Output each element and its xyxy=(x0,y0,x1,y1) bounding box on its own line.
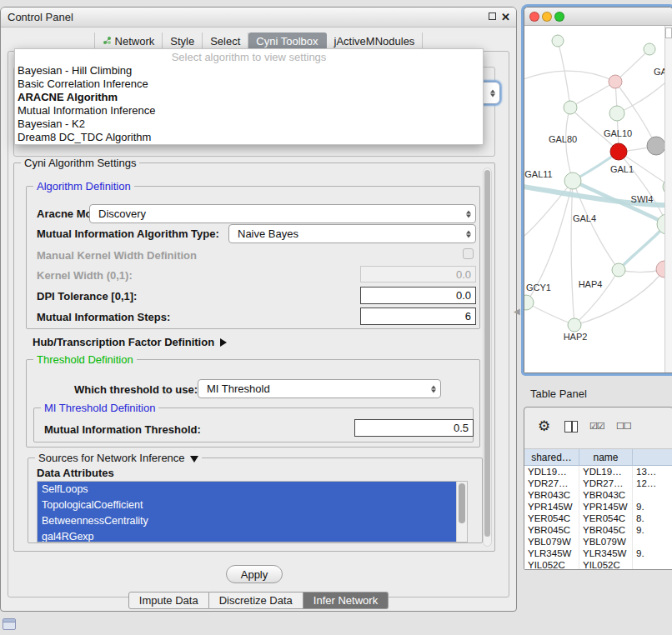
network-edge[interactable] xyxy=(524,71,615,82)
table-cell[interactable]: YIL052C xyxy=(524,559,579,569)
table-cell[interactable]: YBR043C xyxy=(524,489,579,501)
manual-kernel-checkbox[interactable] xyxy=(463,248,474,259)
algorithm-option-bayesian-k2[interactable]: Bayesian - K2 xyxy=(15,118,483,131)
table-cell[interactable]: 13… xyxy=(633,466,672,478)
network-node[interactable] xyxy=(647,137,665,155)
settings-scrollbar[interactable] xyxy=(483,168,492,547)
close-traffic-icon[interactable] xyxy=(529,12,539,22)
table-row[interactable]: YPR145WYPR145W9. xyxy=(524,501,672,512)
network-edge[interactable] xyxy=(574,269,664,325)
table-cell[interactable]: YDL19… xyxy=(524,466,579,478)
attribute-item-selfloops[interactable]: SelfLoops xyxy=(38,482,456,498)
table-cell[interactable] xyxy=(633,536,672,548)
network-node[interactable] xyxy=(612,263,625,277)
table-cell[interactable]: YDR27… xyxy=(524,478,579,489)
table-cell[interactable]: YIL052C xyxy=(579,559,633,569)
network-node[interactable] xyxy=(610,143,627,160)
table-cell[interactable] xyxy=(633,559,672,569)
network-node[interactable] xyxy=(609,75,622,88)
table-cell[interactable]: 8. xyxy=(633,512,672,524)
sources-group-title[interactable]: Sources for Network Inference xyxy=(35,452,202,464)
network-canvas[interactable]: GALGAL80GAL10GAL11GAL1SWI4GAL4GCY1HAP4YH… xyxy=(524,26,672,372)
table-cell[interactable]: YPR145W xyxy=(524,501,579,512)
algorithm-option-mutual-information-inference[interactable]: Mutual Information Inference xyxy=(15,104,483,118)
kernel-width-field[interactable]: 0.0 xyxy=(360,266,476,282)
deselect-all-icon[interactable]: ☐☐ xyxy=(616,421,631,432)
bottom-tab-impute-data[interactable]: Impute Data xyxy=(128,592,209,609)
table-row[interactable]: YDR27…YDR27…12… xyxy=(524,478,672,489)
tab-network[interactable]: Network xyxy=(94,32,163,50)
table-cell[interactable]: YLR345W xyxy=(524,548,579,559)
table-cell[interactable]: YDR27… xyxy=(579,478,633,489)
network-window-titlebar[interactable] xyxy=(524,8,672,26)
table-cell[interactable]: YBL079W xyxy=(524,536,579,548)
network-scrollbar[interactable] xyxy=(664,26,672,372)
table-cell[interactable]: 9. xyxy=(633,548,672,559)
mi-type-combo[interactable]: Naive Bayes xyxy=(228,224,476,243)
table-cell[interactable]: 9. xyxy=(633,501,672,512)
table-cell[interactable]: 12… xyxy=(633,478,672,489)
table-cell[interactable]: YBR043C xyxy=(579,489,633,501)
hub-section-toggle[interactable]: Hub/Transcription Factor Definition xyxy=(33,336,227,349)
tab-select[interactable]: Select xyxy=(203,32,248,50)
aracne-mode-combo[interactable]: Discovery xyxy=(89,204,476,223)
network-graph[interactable]: GALGAL80GAL10GAL11GAL1SWI4GAL4GCY1HAP4YH… xyxy=(524,26,672,372)
scrollbar-thumb[interactable] xyxy=(459,483,465,523)
table-cell[interactable]: YDL19… xyxy=(579,466,633,478)
minimized-panel-icon[interactable] xyxy=(3,618,16,630)
attribute-item-betweennesscentrality[interactable]: BetweennessCentrality xyxy=(38,513,456,529)
close-icon[interactable]: ✕ xyxy=(501,11,510,23)
table-cell[interactable]: YBL079W xyxy=(579,536,633,548)
gear-icon[interactable]: ⚙ xyxy=(538,418,550,435)
tab-jactivemnodules[interactable]: jActiveMNodules xyxy=(327,32,424,50)
network-node[interactable] xyxy=(524,295,534,310)
network-edge[interactable] xyxy=(565,108,573,181)
columns-icon[interactable] xyxy=(564,421,578,432)
select-all-icon[interactable]: ☑☑ xyxy=(589,421,604,432)
tab-cyni-toolbox[interactable]: Cyni Toolbox xyxy=(248,32,326,50)
column-header-2[interactable] xyxy=(633,449,672,466)
algorithm-option-aracne-algorithm[interactable]: ARACNE Algorithm xyxy=(15,91,483,104)
scrollbar-thumb[interactable] xyxy=(484,170,490,537)
table-row[interactable]: YBR045CYBR045C9. xyxy=(524,524,672,536)
table-cell[interactable]: YER054C xyxy=(524,512,579,524)
table-row[interactable]: YLR345WYLR345W9. xyxy=(524,548,672,559)
table-cell[interactable]: YLR345W xyxy=(579,548,633,559)
network-edge[interactable] xyxy=(570,82,615,108)
network-node[interactable] xyxy=(609,106,624,121)
table-cell[interactable]: YBR045C xyxy=(579,524,633,536)
table-row[interactable]: YDL19…YDL19…13… xyxy=(524,466,672,478)
table-row[interactable]: YBR043CYBR043C xyxy=(524,489,672,501)
tab-style[interactable]: Style xyxy=(163,32,203,50)
table-row[interactable]: YBL079WYBL079W xyxy=(524,536,672,548)
algorithm-option-dream8-dc-tdc-algorithm[interactable]: Dream8 DC_TDC Algorithm xyxy=(15,131,483,144)
float-window-icon[interactable] xyxy=(489,12,496,20)
network-node[interactable] xyxy=(564,172,581,189)
network-node[interactable] xyxy=(552,35,564,47)
column-header-name[interactable]: name xyxy=(579,449,633,466)
bottom-tab-discretize-data[interactable]: Discretize Data xyxy=(209,592,303,609)
network-edge[interactable] xyxy=(574,270,619,325)
table-cell[interactable]: YER054C xyxy=(579,512,633,524)
network-edge[interactable] xyxy=(558,41,570,108)
network-node[interactable] xyxy=(568,318,581,332)
table-cell[interactable]: 9. xyxy=(633,524,672,536)
table-cell[interactable] xyxy=(633,489,672,501)
table-row[interactable]: YER054CYER054C8. xyxy=(524,512,672,524)
mi-steps-field[interactable]: 6 xyxy=(360,308,476,325)
algorithm-option-basic-correlation-inference[interactable]: Basic Correlation Inference xyxy=(15,78,483,91)
network-node[interactable] xyxy=(644,43,655,55)
dpi-tolerance-field[interactable]: 0.0 xyxy=(360,287,476,304)
mi-threshold-field[interactable]: 0.5 xyxy=(354,419,474,437)
column-header-shared[interactable]: shared… xyxy=(524,449,579,466)
table-row[interactable]: YIL052CYIL052C xyxy=(524,559,672,569)
apply-button[interactable]: Apply xyxy=(226,565,283,583)
which-threshold-combo[interactable]: MI Threshold xyxy=(198,379,441,398)
attribute-item-topologicalcoefficient[interactable]: TopologicalCoefficient xyxy=(38,498,456,513)
network-edge[interactable] xyxy=(526,302,574,325)
table-cell[interactable]: YBR045C xyxy=(524,524,579,536)
scrollbar-box[interactable] xyxy=(665,28,672,38)
attribute-list-scrollbar[interactable] xyxy=(456,482,467,542)
bottom-tab-infer-network[interactable]: Infer Network xyxy=(303,592,389,609)
algorithm-option-bayesian-hill-climbing[interactable]: Bayesian - Hill Climbing xyxy=(15,64,483,78)
